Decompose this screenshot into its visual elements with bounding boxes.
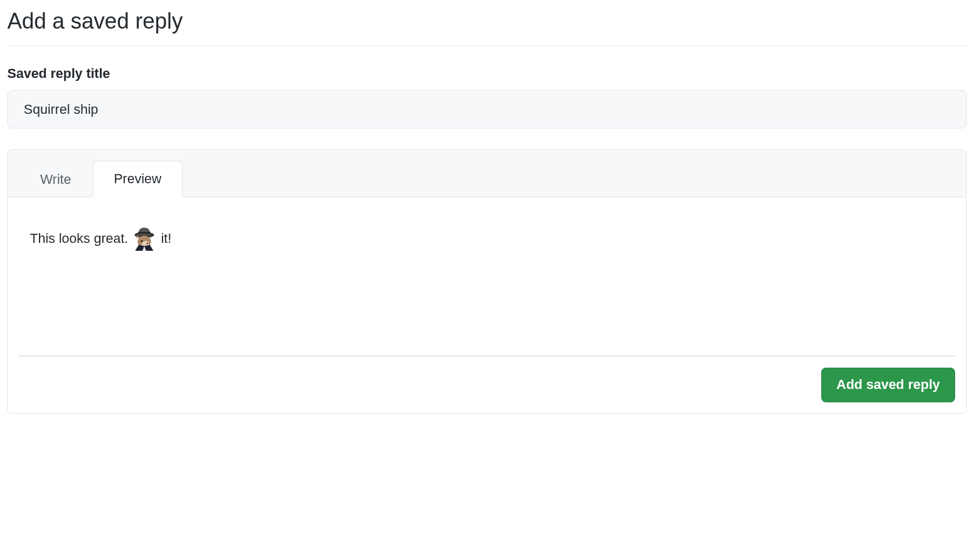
- page-title: Add a saved reply: [7, 7, 967, 46]
- tab-preview[interactable]: Preview: [93, 161, 183, 197]
- shipit-icon: [131, 225, 157, 251]
- preview-text-before: This looks great.: [30, 228, 128, 248]
- tab-write[interactable]: Write: [19, 161, 93, 197]
- svg-point-3: [141, 240, 143, 242]
- editor-container: Write Preview This looks great.: [7, 149, 967, 414]
- add-saved-reply-button[interactable]: Add saved reply: [821, 368, 955, 402]
- editor-tabbar: Write Preview: [8, 150, 966, 197]
- svg-rect-1: [138, 232, 150, 234]
- svg-point-5: [147, 243, 148, 244]
- saved-reply-title-input[interactable]: [7, 90, 967, 128]
- preview-text-after: it!: [161, 228, 171, 248]
- title-field-label: Saved reply title: [7, 66, 967, 82]
- preview-content: This looks great.: [8, 197, 966, 355]
- editor-footer: Add saved reply: [8, 357, 966, 413]
